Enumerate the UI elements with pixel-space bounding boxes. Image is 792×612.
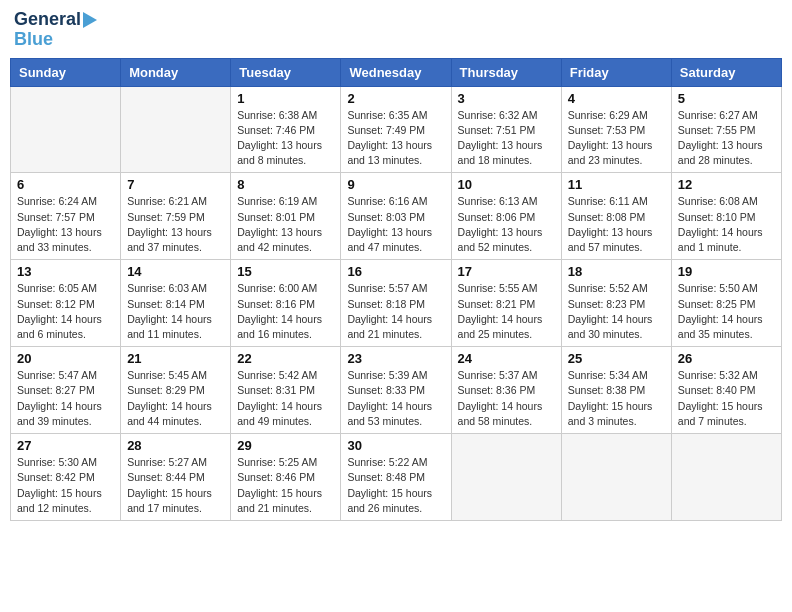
calendar-cell: 12Sunrise: 6:08 AM Sunset: 8:10 PM Dayli… xyxy=(671,173,781,260)
weekday-header-saturday: Saturday xyxy=(671,58,781,86)
day-info: Sunrise: 5:57 AM Sunset: 8:18 PM Dayligh… xyxy=(347,281,444,342)
day-info: Sunrise: 6:21 AM Sunset: 7:59 PM Dayligh… xyxy=(127,194,224,255)
day-info: Sunrise: 6:29 AM Sunset: 7:53 PM Dayligh… xyxy=(568,108,665,169)
weekday-header-wednesday: Wednesday xyxy=(341,58,451,86)
day-number: 8 xyxy=(237,177,334,192)
weekday-header-sunday: Sunday xyxy=(11,58,121,86)
day-info: Sunrise: 5:39 AM Sunset: 8:33 PM Dayligh… xyxy=(347,368,444,429)
calendar-cell: 24Sunrise: 5:37 AM Sunset: 8:36 PM Dayli… xyxy=(451,347,561,434)
day-number: 10 xyxy=(458,177,555,192)
calendar-cell: 23Sunrise: 5:39 AM Sunset: 8:33 PM Dayli… xyxy=(341,347,451,434)
calendar-week-row: 20Sunrise: 5:47 AM Sunset: 8:27 PM Dayli… xyxy=(11,347,782,434)
day-info: Sunrise: 6:16 AM Sunset: 8:03 PM Dayligh… xyxy=(347,194,444,255)
calendar-cell: 11Sunrise: 6:11 AM Sunset: 8:08 PM Dayli… xyxy=(561,173,671,260)
day-info: Sunrise: 6:11 AM Sunset: 8:08 PM Dayligh… xyxy=(568,194,665,255)
calendar-cell: 7Sunrise: 6:21 AM Sunset: 7:59 PM Daylig… xyxy=(121,173,231,260)
day-info: Sunrise: 5:32 AM Sunset: 8:40 PM Dayligh… xyxy=(678,368,775,429)
day-info: Sunrise: 6:19 AM Sunset: 8:01 PM Dayligh… xyxy=(237,194,334,255)
calendar-cell: 5Sunrise: 6:27 AM Sunset: 7:55 PM Daylig… xyxy=(671,86,781,173)
day-number: 25 xyxy=(568,351,665,366)
day-number: 13 xyxy=(17,264,114,279)
calendar-cell: 1Sunrise: 6:38 AM Sunset: 7:46 PM Daylig… xyxy=(231,86,341,173)
calendar-week-row: 27Sunrise: 5:30 AM Sunset: 8:42 PM Dayli… xyxy=(11,434,782,521)
day-info: Sunrise: 6:35 AM Sunset: 7:49 PM Dayligh… xyxy=(347,108,444,169)
calendar-cell: 29Sunrise: 5:25 AM Sunset: 8:46 PM Dayli… xyxy=(231,434,341,521)
calendar-cell xyxy=(121,86,231,173)
logo-blue: Blue xyxy=(14,30,53,50)
day-number: 30 xyxy=(347,438,444,453)
weekday-header-thursday: Thursday xyxy=(451,58,561,86)
day-number: 15 xyxy=(237,264,334,279)
day-info: Sunrise: 5:55 AM Sunset: 8:21 PM Dayligh… xyxy=(458,281,555,342)
day-number: 18 xyxy=(568,264,665,279)
logo: General Blue xyxy=(14,10,97,50)
calendar-cell: 9Sunrise: 6:16 AM Sunset: 8:03 PM Daylig… xyxy=(341,173,451,260)
logo-arrow-icon xyxy=(83,12,97,28)
day-number: 5 xyxy=(678,91,775,106)
day-info: Sunrise: 5:25 AM Sunset: 8:46 PM Dayligh… xyxy=(237,455,334,516)
weekday-header-monday: Monday xyxy=(121,58,231,86)
day-info: Sunrise: 6:00 AM Sunset: 8:16 PM Dayligh… xyxy=(237,281,334,342)
day-number: 6 xyxy=(17,177,114,192)
day-number: 24 xyxy=(458,351,555,366)
calendar-cell: 22Sunrise: 5:42 AM Sunset: 8:31 PM Dayli… xyxy=(231,347,341,434)
day-number: 2 xyxy=(347,91,444,106)
day-number: 29 xyxy=(237,438,334,453)
day-info: Sunrise: 5:22 AM Sunset: 8:48 PM Dayligh… xyxy=(347,455,444,516)
day-info: Sunrise: 5:45 AM Sunset: 8:29 PM Dayligh… xyxy=(127,368,224,429)
day-info: Sunrise: 5:47 AM Sunset: 8:27 PM Dayligh… xyxy=(17,368,114,429)
day-info: Sunrise: 6:03 AM Sunset: 8:14 PM Dayligh… xyxy=(127,281,224,342)
calendar-cell: 30Sunrise: 5:22 AM Sunset: 8:48 PM Dayli… xyxy=(341,434,451,521)
day-number: 11 xyxy=(568,177,665,192)
day-info: Sunrise: 5:37 AM Sunset: 8:36 PM Dayligh… xyxy=(458,368,555,429)
day-number: 21 xyxy=(127,351,224,366)
calendar-cell: 27Sunrise: 5:30 AM Sunset: 8:42 PM Dayli… xyxy=(11,434,121,521)
day-number: 28 xyxy=(127,438,224,453)
day-info: Sunrise: 6:08 AM Sunset: 8:10 PM Dayligh… xyxy=(678,194,775,255)
calendar-cell: 4Sunrise: 6:29 AM Sunset: 7:53 PM Daylig… xyxy=(561,86,671,173)
day-info: Sunrise: 5:42 AM Sunset: 8:31 PM Dayligh… xyxy=(237,368,334,429)
calendar-cell: 6Sunrise: 6:24 AM Sunset: 7:57 PM Daylig… xyxy=(11,173,121,260)
day-number: 9 xyxy=(347,177,444,192)
day-number: 12 xyxy=(678,177,775,192)
calendar-cell: 19Sunrise: 5:50 AM Sunset: 8:25 PM Dayli… xyxy=(671,260,781,347)
day-number: 20 xyxy=(17,351,114,366)
calendar-cell: 2Sunrise: 6:35 AM Sunset: 7:49 PM Daylig… xyxy=(341,86,451,173)
calendar-cell: 3Sunrise: 6:32 AM Sunset: 7:51 PM Daylig… xyxy=(451,86,561,173)
calendar-week-row: 13Sunrise: 6:05 AM Sunset: 8:12 PM Dayli… xyxy=(11,260,782,347)
weekday-header-tuesday: Tuesday xyxy=(231,58,341,86)
calendar-cell: 26Sunrise: 5:32 AM Sunset: 8:40 PM Dayli… xyxy=(671,347,781,434)
day-info: Sunrise: 5:52 AM Sunset: 8:23 PM Dayligh… xyxy=(568,281,665,342)
calendar-cell xyxy=(11,86,121,173)
day-number: 19 xyxy=(678,264,775,279)
day-info: Sunrise: 5:50 AM Sunset: 8:25 PM Dayligh… xyxy=(678,281,775,342)
calendar-cell: 13Sunrise: 6:05 AM Sunset: 8:12 PM Dayli… xyxy=(11,260,121,347)
day-info: Sunrise: 6:32 AM Sunset: 7:51 PM Dayligh… xyxy=(458,108,555,169)
calendar-cell: 14Sunrise: 6:03 AM Sunset: 8:14 PM Dayli… xyxy=(121,260,231,347)
day-number: 3 xyxy=(458,91,555,106)
day-info: Sunrise: 5:34 AM Sunset: 8:38 PM Dayligh… xyxy=(568,368,665,429)
weekday-header-friday: Friday xyxy=(561,58,671,86)
day-number: 17 xyxy=(458,264,555,279)
calendar-cell: 8Sunrise: 6:19 AM Sunset: 8:01 PM Daylig… xyxy=(231,173,341,260)
calendar-cell xyxy=(451,434,561,521)
calendar-cell: 17Sunrise: 5:55 AM Sunset: 8:21 PM Dayli… xyxy=(451,260,561,347)
day-number: 22 xyxy=(237,351,334,366)
calendar-cell xyxy=(561,434,671,521)
day-number: 23 xyxy=(347,351,444,366)
calendar-cell: 28Sunrise: 5:27 AM Sunset: 8:44 PM Dayli… xyxy=(121,434,231,521)
day-number: 16 xyxy=(347,264,444,279)
calendar-cell: 15Sunrise: 6:00 AM Sunset: 8:16 PM Dayli… xyxy=(231,260,341,347)
day-info: Sunrise: 6:38 AM Sunset: 7:46 PM Dayligh… xyxy=(237,108,334,169)
day-number: 26 xyxy=(678,351,775,366)
calendar-cell xyxy=(671,434,781,521)
logo-general: General xyxy=(14,10,81,30)
calendar-cell: 18Sunrise: 5:52 AM Sunset: 8:23 PM Dayli… xyxy=(561,260,671,347)
calendar-cell: 20Sunrise: 5:47 AM Sunset: 8:27 PM Dayli… xyxy=(11,347,121,434)
day-info: Sunrise: 6:24 AM Sunset: 7:57 PM Dayligh… xyxy=(17,194,114,255)
day-number: 1 xyxy=(237,91,334,106)
day-info: Sunrise: 6:05 AM Sunset: 8:12 PM Dayligh… xyxy=(17,281,114,342)
day-info: Sunrise: 5:30 AM Sunset: 8:42 PM Dayligh… xyxy=(17,455,114,516)
day-number: 27 xyxy=(17,438,114,453)
day-number: 14 xyxy=(127,264,224,279)
